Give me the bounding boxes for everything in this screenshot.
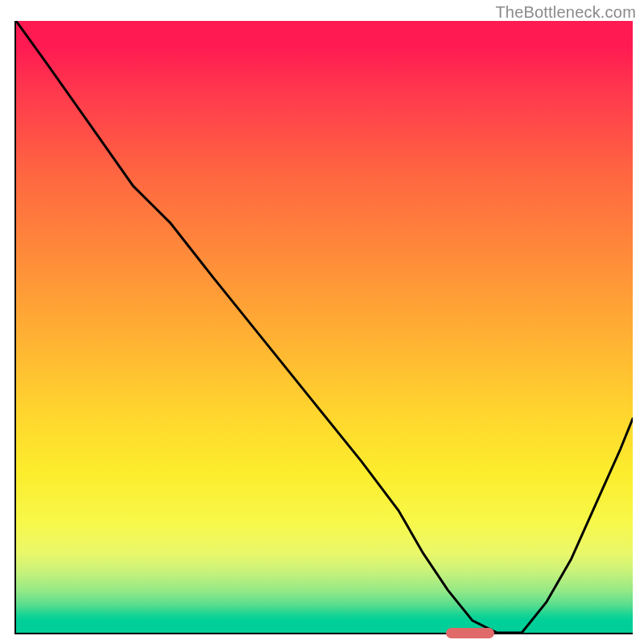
optimal-range-marker bbox=[446, 628, 494, 638]
chart-plot-area bbox=[14, 21, 633, 634]
bottleneck-curve bbox=[16, 21, 633, 633]
curve-path bbox=[16, 21, 633, 633]
watermark-text: TheBottleneck.com bbox=[495, 3, 636, 22]
